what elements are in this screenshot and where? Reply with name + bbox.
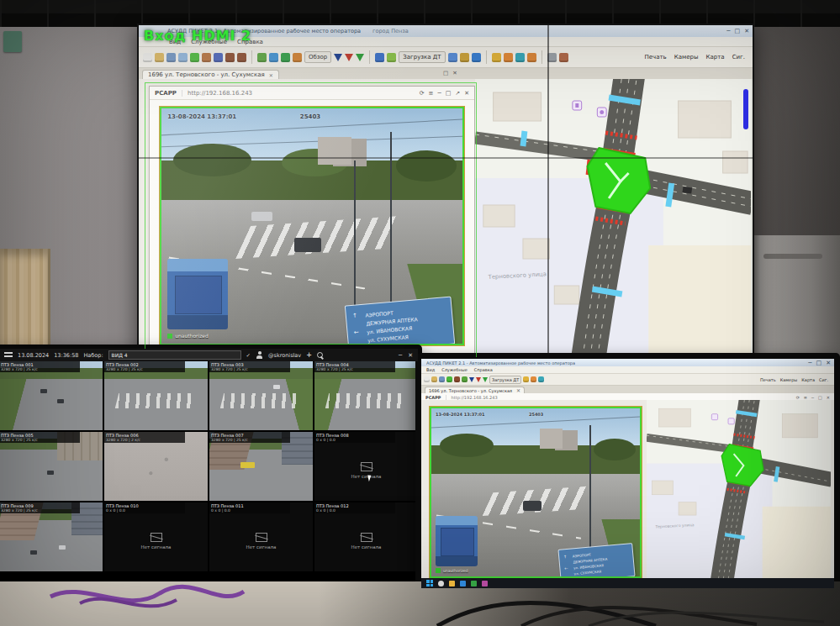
cctv-close-icon[interactable]: ✕	[408, 352, 413, 359]
print-button[interactable]: Печать	[760, 377, 776, 382]
pencil-icon[interactable]	[460, 53, 469, 62]
filter-blue-icon[interactable]	[334, 54, 342, 61]
watering-can-icon[interactable]	[515, 53, 525, 62]
app-icon[interactable]	[471, 581, 477, 587]
filter-green-icon[interactable]	[483, 377, 488, 382]
person-blue-icon[interactable]	[472, 53, 481, 62]
traffic-map[interactable]: Терновского улица	[647, 400, 831, 578]
load-dt-button[interactable]: Загрузка ДТ	[399, 51, 445, 63]
maximize-button[interactable]: □	[735, 28, 741, 34]
zoom-plus-icon[interactable]	[448, 53, 457, 62]
menu-help[interactable]: Справка	[474, 367, 493, 372]
load-dt-button[interactable]: Загрузка ДТ	[489, 376, 521, 384]
browse-button[interactable]: Обзор	[304, 51, 331, 63]
traffic-map[interactable]: Терновского улица	[475, 79, 751, 357]
close-button[interactable]: ✕	[744, 28, 749, 34]
filter-blue-icon[interactable]	[469, 377, 474, 382]
tools-icon-2[interactable]	[559, 53, 568, 62]
monitors-icon[interactable]	[439, 376, 445, 382]
lightning-icon[interactable]	[387, 53, 396, 62]
home-icon[interactable]	[202, 53, 211, 62]
tab-strip-close-icon[interactable]: ✕	[452, 70, 457, 76]
users-icon[interactable]	[375, 53, 384, 62]
camera-tile[interactable]: ПТЗ Пенза 0063280 x 720 | 2 к/с	[104, 432, 208, 501]
camera-tile[interactable]: ПТЗ Пенза 0023280 x 720 | 25 к/с	[104, 361, 208, 430]
cctv-minimize-icon[interactable]: ─	[399, 352, 402, 359]
person-yellow-icon[interactable]	[492, 53, 501, 62]
filter-green-icon[interactable]	[356, 54, 364, 61]
camera-feed[interactable]: 13-08-2024 13:37:01 25403 ↑АЭРОПОРТ ДЕЖУ…	[160, 107, 464, 345]
refresh-icon[interactable]: ⟳	[420, 90, 425, 97]
tab-close-icon[interactable]: ✕	[269, 72, 273, 78]
monitors-icon[interactable]	[166, 53, 176, 62]
camera-tile[interactable]: ПТЗ Пенза 0110 x 0 | 0.0 Нет сигнала	[209, 502, 313, 571]
minimize-button[interactable]: ─	[808, 360, 811, 366]
filter-red-icon[interactable]	[476, 377, 481, 382]
screen-icon[interactable]	[178, 53, 188, 62]
menu-icon[interactable]: ≡	[429, 90, 434, 97]
app-icon[interactable]	[482, 581, 488, 587]
browser-icon[interactable]	[460, 581, 466, 587]
leaf-icon[interactable]	[462, 376, 468, 382]
camera-tile[interactable]: ПТЗ Пенза 0120 x 0 | 0.0 Нет сигнала	[314, 502, 418, 571]
tab-close-icon[interactable]: ✕	[516, 387, 520, 393]
pcapp-max-icon[interactable]: □	[446, 90, 452, 97]
bear-icon-1[interactable]	[225, 53, 235, 62]
camera-tile[interactable]: ПТЗ Пенза 0100 x 0 | 0.0 Нет сигнала	[104, 502, 208, 571]
person-orange-icon[interactable]	[504, 53, 513, 62]
close-button[interactable]: ✕	[826, 360, 831, 366]
watering-can-icon[interactable]	[538, 376, 544, 382]
tree-green-icon[interactable]	[281, 53, 290, 62]
filter-red-icon[interactable]	[345, 54, 353, 61]
map-button[interactable]: Карта	[706, 54, 725, 60]
signal-button[interactable]: Сиг.	[819, 377, 828, 382]
menu-view[interactable]: Вид	[426, 367, 435, 372]
intersection-tab[interactable]: 1696 ул. Терновского - ул. Сухумская ✕	[425, 387, 525, 393]
camera-tile[interactable]: ПТЗ Пенза 0093280 x 720 | 25 к/с	[0, 502, 103, 571]
camera-tile[interactable]: ПТЗ Пенза 0073280 x 720 | 25 к/с	[209, 432, 313, 501]
open-icon[interactable]	[431, 376, 437, 382]
intersection-tab[interactable]: 1696 ул. Терновского - ул. Сухумская ✕	[142, 70, 279, 79]
camera-feed[interactable]: 13-08-2024 13:37:01 25403 ↑АЭРОПОРТ ДЕЖУ…	[430, 407, 642, 578]
new-doc-icon[interactable]	[424, 376, 430, 382]
hand-icon[interactable]	[527, 53, 536, 62]
camera-url[interactable]: http://192.168.16.243	[182, 90, 415, 97]
camera-tile[interactable]: ПТЗ Пенза 0033280 x 720 | 25 к/с	[209, 361, 313, 430]
camera-tile[interactable]: ПТЗ Пенза 0043280 x 720 | 25 к/с	[314, 361, 418, 430]
tree-orange-icon[interactable]	[293, 53, 302, 62]
tab-detach-icon[interactable]: □	[443, 70, 448, 76]
green-tile-icon[interactable]	[446, 376, 452, 382]
menu-burger-icon[interactable]	[4, 352, 13, 359]
print-button[interactable]: Печать	[645, 54, 667, 60]
folder-icon[interactable]	[449, 581, 455, 587]
search-icon[interactable]	[438, 581, 444, 587]
move-icon[interactable]: +	[306, 351, 312, 359]
person-yellow-icon[interactable]	[523, 376, 529, 382]
new-doc-icon[interactable]	[143, 53, 152, 62]
camera-tile[interactable]: ПТЗ Пенза 0080 x 0 | 0.0 Нет сигнала	[314, 432, 418, 501]
map-scrollbar[interactable]	[743, 89, 748, 129]
map-button[interactable]: Карта	[801, 377, 815, 382]
pcapp-close-icon[interactable]: ✕	[464, 90, 469, 97]
pcapp-min-icon[interactable]: ─	[437, 90, 441, 97]
camera-tile[interactable]: ПТЗ Пенза 0013280 x 720 | 25 к/с	[0, 361, 103, 430]
green-tile-icon[interactable]	[190, 53, 199, 62]
camera-tile[interactable]: ПТЗ Пенза 0053280 x 720 | 25 к/с	[0, 432, 103, 501]
bear-icon-2[interactable]	[237, 53, 246, 62]
leaf-icon[interactable]	[257, 53, 267, 62]
tree-blue-icon[interactable]	[269, 53, 278, 62]
cameras-button[interactable]: Камеры	[780, 377, 798, 382]
minimize-button[interactable]: ─	[726, 28, 730, 34]
pcapp-pop-icon[interactable]: ↗	[455, 90, 460, 97]
start-button-icon[interactable]	[426, 580, 433, 587]
cameras-button[interactable]: Камеры	[674, 54, 699, 60]
apply-check-icon[interactable]: ✓	[246, 352, 251, 359]
maximize-button[interactable]: □	[816, 360, 822, 366]
menu-service[interactable]: Служебные	[441, 367, 468, 372]
layout-select[interactable]: ВИД 4	[108, 350, 241, 360]
signal-button[interactable]: Сиг.	[732, 54, 745, 60]
cursor-icon[interactable]	[214, 53, 223, 62]
open-icon[interactable]	[155, 53, 164, 62]
magnifier-icon[interactable]	[317, 352, 324, 359]
bear-icon-1[interactable]	[454, 376, 460, 382]
